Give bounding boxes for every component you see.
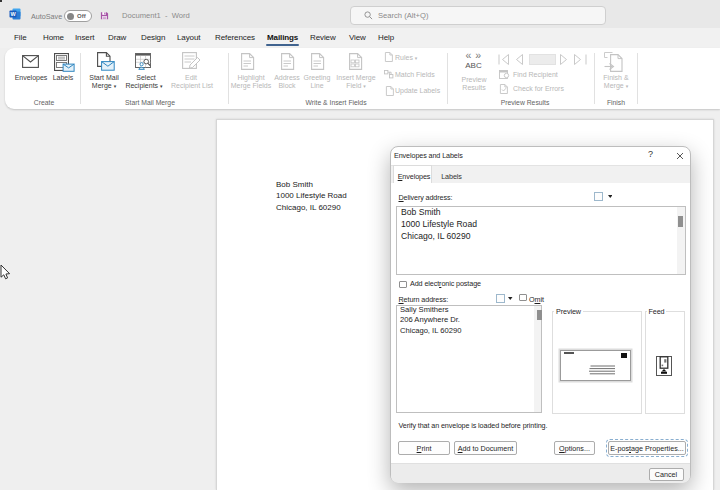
svg-text:W: W <box>10 11 16 17</box>
